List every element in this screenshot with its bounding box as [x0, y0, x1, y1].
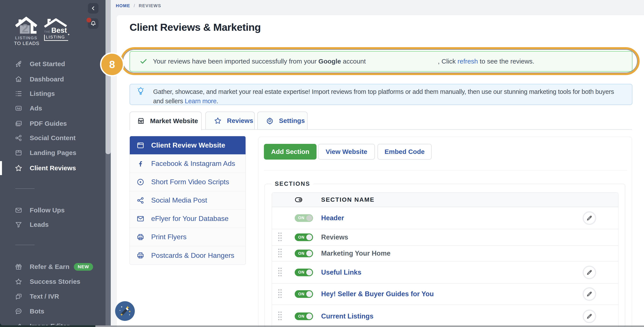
- pencil-icon: [586, 215, 592, 221]
- breadcrumb: HOME / REVIEWS: [116, 3, 161, 8]
- refresh-link[interactable]: refresh: [458, 58, 478, 65]
- toggle-knob: [306, 291, 312, 297]
- section-name-link[interactable]: Header: [321, 214, 344, 222]
- sidebar-item-label: Ads: [30, 105, 42, 112]
- subnav-item-client-review-website[interactable]: Client Review Website: [130, 136, 246, 155]
- lightbulb-icon: [136, 87, 145, 95]
- sidebar-item-label: Listings: [30, 90, 55, 97]
- sidebar-item-image-editor[interactable]: Image Editor: [0, 320, 106, 326]
- section-name-column-header: SECTION NAME: [321, 196, 375, 203]
- drag-handle[interactable]: [278, 248, 282, 259]
- toggle-knob: [306, 215, 312, 221]
- sidebar-item-leads[interactable]: Leads: [0, 218, 106, 231]
- pencil-icon: [586, 313, 592, 319]
- toggle-marketing-your-home[interactable]: ON: [295, 250, 313, 257]
- sidebar-item-label: Landing Pages: [30, 149, 76, 157]
- add-section-button[interactable]: Add Section: [264, 144, 316, 160]
- sidebar-scrollbar-thumb[interactable]: [106, 0, 111, 154]
- listings-to-leads-logo: 2 LISTINGS TO LEADS: [14, 16, 38, 46]
- alert-provider: Google: [318, 58, 341, 65]
- page-title: Client Reviews & Marketing: [130, 21, 261, 33]
- tab-market-website[interactable]: Market Website: [130, 112, 202, 130]
- facebook-icon: [136, 160, 144, 168]
- toggle-header[interactable]: ON: [295, 214, 313, 222]
- alert-message: Your reviews have been imported successf…: [153, 58, 366, 65]
- section-name-link[interactable]: Current Listings: [321, 312, 373, 320]
- market-website-panel: Add Section View Website Embed Code SECT…: [258, 137, 632, 327]
- sidebar-item-client-reviews[interactable]: Client Reviews: [0, 162, 106, 174]
- sidebar-item-get-started[interactable]: Get Started: [0, 58, 106, 70]
- sidebar-item-refer-earn[interactable]: Refer & Earn NEW: [0, 260, 106, 273]
- drag-handle[interactable]: [278, 232, 282, 242]
- sidebar-item-label: Refer & Earn: [30, 263, 70, 271]
- main-area: HOME / REVIEWS Client Reviews & Marketin…: [111, 0, 644, 327]
- tab-settings[interactable]: Settings: [257, 112, 308, 130]
- horizontal-scrollbar-track[interactable]: [0, 326, 644, 327]
- sidebar-item-dashboard[interactable]: Dashboard: [0, 73, 106, 86]
- chat-sms-icon: [15, 293, 22, 300]
- drag-handle[interactable]: [278, 267, 282, 278]
- section-name-link[interactable]: Hey! Seller & Buyer Guides for You: [321, 290, 434, 298]
- toggle-useful-links[interactable]: ON: [295, 269, 313, 276]
- sidebar-item-label: Follow Ups: [30, 207, 65, 214]
- sidebar-item-label: Dashboard: [30, 75, 64, 83]
- drag-handle[interactable]: [278, 311, 282, 321]
- printer-icon: [136, 252, 144, 259]
- logo-line-to-leads: TO LEADS: [14, 41, 38, 46]
- drag-handle[interactable]: [278, 289, 282, 299]
- section-name-link[interactable]: Useful Links: [321, 269, 361, 276]
- edit-section-button[interactable]: [582, 287, 596, 301]
- bell-icon: [90, 20, 96, 27]
- sidebar-item-text-ivr[interactable]: Text / IVR: [0, 290, 106, 303]
- storefront-icon: [137, 117, 144, 125]
- subnav-item-label: eFlyer for Your Database: [151, 215, 228, 223]
- subnav-item-print-flyers[interactable]: Print Flyers: [130, 228, 246, 246]
- subnav-item-facebook-instagram-ads[interactable]: Facebook & Instagram Ads: [130, 155, 246, 173]
- subnav-item-short-form-video-scripts[interactable]: Short Form Video Scripts: [130, 173, 246, 191]
- sections-legend: SECTIONS: [272, 181, 314, 187]
- toggle-current-listings[interactable]: ON: [295, 313, 313, 320]
- toggle-reviews[interactable]: ON: [295, 234, 313, 241]
- sidebar-item-bots[interactable]: Bots: [0, 305, 106, 318]
- edit-section-button[interactable]: [582, 310, 596, 323]
- section-name: Marketing Your Home: [321, 250, 390, 257]
- learn-more-link[interactable]: Learn more: [185, 98, 216, 105]
- magic-wand-icon: [115, 301, 135, 321]
- sidebar-item-follow-ups[interactable]: Follow Ups: [0, 204, 106, 217]
- breadcrumb-current: REVIEWS: [139, 3, 161, 8]
- layout-icon: [15, 149, 22, 157]
- magic-wizard-button[interactable]: [115, 301, 135, 321]
- sidebar-item-pdf-guides[interactable]: PDF PDF Guides: [0, 117, 106, 130]
- edit-section-button[interactable]: [582, 211, 596, 225]
- edit-section-button[interactable]: [582, 266, 596, 279]
- subnav-item-eflyer[interactable]: eFlyer for Your Database: [130, 210, 246, 228]
- toggle-knob: [306, 314, 312, 319]
- embed-code-button[interactable]: Embed Code: [378, 144, 432, 160]
- subnav-item-label: Social Media Post: [151, 196, 207, 204]
- sidebar-item-social-content[interactable]: Social Content: [0, 132, 106, 144]
- ad-icon: Ad: [15, 105, 22, 112]
- star-outline-icon: [214, 117, 222, 124]
- tab-label: Market Website: [150, 117, 198, 125]
- sidebar-item-success-stories[interactable]: Success Stories: [0, 275, 106, 288]
- printer-icon: [136, 233, 144, 241]
- sidebar-collapse-button[interactable]: [88, 3, 98, 13]
- subnav-item-social-media-post[interactable]: Social Media Post: [130, 191, 246, 210]
- tab-reviews[interactable]: Reviews: [205, 112, 255, 130]
- toggle-hey-seller-buyer-guides[interactable]: ON: [295, 290, 313, 298]
- subnav-item-postcards-door-hangers[interactable]: Postcards & Door Hangers: [130, 246, 246, 265]
- toggle-knob: [306, 269, 312, 275]
- sidebar-item-label: Client Reviews: [30, 164, 76, 172]
- view-website-button[interactable]: View Website: [318, 144, 375, 160]
- envelope-icon: [136, 215, 144, 223]
- tab-label: Settings: [279, 117, 305, 124]
- breadcrumb-home-link[interactable]: HOME: [116, 3, 130, 8]
- sidebar-item-ads[interactable]: Ad Ads: [0, 102, 106, 115]
- sidebar-item-landing-pages[interactable]: Landing Pages: [0, 146, 106, 159]
- sidebar-item-listings[interactable]: Listings: [0, 87, 106, 100]
- toggle-knob: [306, 234, 312, 240]
- tab-label: Reviews: [227, 117, 253, 124]
- section-row-current-listings: ON Current Listings: [272, 305, 618, 327]
- section-row-hey-seller-buyer-guides: ON Hey! Seller & Buyer Guides for You: [272, 284, 618, 305]
- horizontal-scrollbar-thumb[interactable]: [0, 325, 96, 327]
